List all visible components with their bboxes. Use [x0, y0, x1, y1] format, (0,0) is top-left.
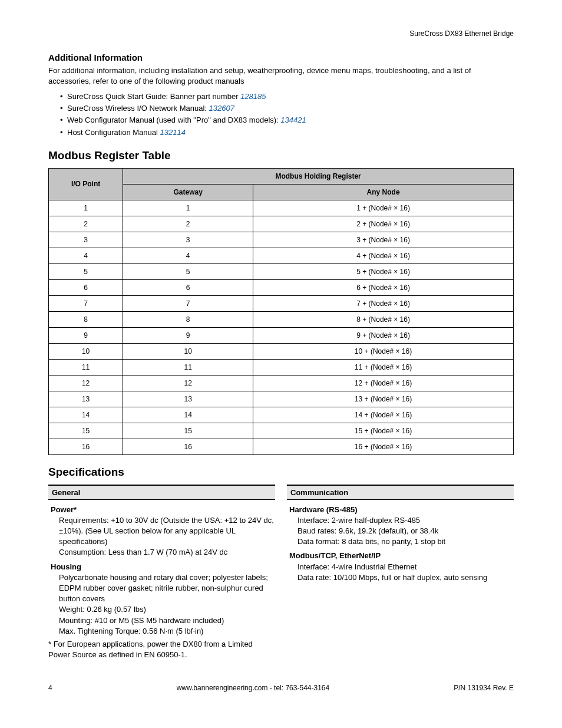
th-io-point: I/O Point: [49, 168, 123, 200]
page-footer: 4 www.bannerengineering.com - tel: 763-5…: [48, 684, 514, 692]
table-row: 666 + (Node# × 16): [49, 279, 514, 295]
table-row: 999 + (Node# × 16): [49, 327, 514, 343]
table-cell: 10: [49, 343, 123, 359]
housing-torque: Max. Tightening Torque: 0.56 N·m (5 lbf·…: [59, 626, 274, 637]
table-row: 131313 + (Node# × 16): [49, 391, 514, 407]
table-cell: 8: [123, 311, 253, 327]
table-cell: 9 + (Node# × 16): [253, 327, 514, 343]
table-row: 444 + (Node# × 16): [49, 248, 514, 263]
spec-comm-head: Communication: [287, 485, 514, 500]
table-cell: 11: [49, 359, 123, 375]
table-cell: 4: [49, 248, 123, 263]
table-cell: 8 + (Node# × 16): [253, 311, 514, 327]
table-cell: 3: [123, 232, 253, 248]
table-cell: 6 + (Node# × 16): [253, 279, 514, 295]
table-row: 121212 + (Node# × 16): [49, 375, 514, 391]
table-row: 555 + (Node# × 16): [49, 263, 514, 279]
manuals-list: SureCross Quick Start Guide: Banner part…: [48, 91, 514, 139]
list-item: Host Configuration Manual 132114: [60, 127, 514, 139]
footer-right: P/N 131934 Rev. E: [454, 684, 514, 692]
spec-general-column: General Power* Requirements: +10 to 30V …: [48, 485, 275, 661]
doc-link[interactable]: 132114: [160, 128, 186, 137]
table-row: 888 + (Node# × 16): [49, 311, 514, 327]
table-cell: 13: [123, 391, 253, 407]
table-cell: 10 + (Node# × 16): [253, 343, 514, 359]
table-row: 151515 + (Node# × 16): [49, 423, 514, 439]
table-cell: 15: [123, 423, 253, 439]
housing-material: Polycarbonate housing and rotary dial co…: [59, 572, 274, 605]
table-cell: 10: [123, 343, 253, 359]
table-cell: 7: [123, 295, 253, 311]
list-item-text: Web Configurator Manual (used with "Pro"…: [67, 116, 280, 124]
table-row: 777 + (Node# × 16): [49, 295, 514, 311]
modbus-table: I/O Point Modbus Holding Register Gatewa…: [48, 168, 514, 455]
list-item-text: SureCross Wireless I/O Network Manual:: [67, 104, 209, 113]
table-cell: 12: [123, 375, 253, 391]
table-cell: 1: [49, 200, 123, 216]
table-cell: 12: [49, 375, 123, 391]
table-cell: 6: [49, 279, 123, 295]
modbus-tcp-title: Modbus/TCP, EtherNet/IP: [289, 551, 513, 561]
list-item-text: Host Configuration Manual: [67, 128, 160, 137]
table-cell: 2: [49, 216, 123, 232]
table-row: 101010 + (Node# × 16): [49, 343, 514, 359]
th-holding-register: Modbus Holding Register: [123, 168, 514, 184]
list-item: SureCross Wireless I/O Network Manual: 1…: [60, 103, 514, 114]
modbus-tcp-interface: Interface: 4-wire Industrial Ethernet: [297, 562, 513, 572]
table-row: 333 + (Node# × 16): [49, 232, 514, 248]
table-cell: 1 + (Node# × 16): [253, 200, 514, 216]
table-cell: 14: [49, 407, 123, 423]
table-cell: 4: [123, 248, 253, 263]
additional-info-paragraph: For additional information, including in…: [48, 65, 514, 86]
spec-general-head: General: [48, 485, 275, 500]
modbus-tcp-rate: Data rate: 10/100 Mbps, full or half dup…: [297, 572, 513, 583]
housing-title: Housing: [51, 562, 274, 572]
power-footnote: * For European applications, power the D…: [48, 639, 275, 660]
footer-center: www.bannerengineering.com - tel: 763-544…: [177, 684, 330, 692]
table-cell: 13 + (Node# × 16): [253, 391, 514, 407]
table-cell: 5 + (Node# × 16): [253, 263, 514, 279]
doc-link[interactable]: 128185: [240, 92, 266, 101]
housing-weight: Weight: 0.26 kg (0.57 lbs): [59, 604, 274, 615]
table-row: 161616 + (Node# × 16): [49, 439, 514, 454]
table-cell: 11 + (Node# × 16): [253, 359, 514, 375]
table-row: 141414 + (Node# × 16): [49, 407, 514, 423]
table-row: 111 + (Node# × 16): [49, 200, 514, 216]
table-cell: 1: [123, 200, 253, 216]
hw-format: Data format: 8 data bits, no parity, 1 s…: [297, 536, 513, 547]
table-cell: 2: [123, 216, 253, 232]
th-gateway: Gateway: [123, 184, 253, 200]
doc-link[interactable]: 134421: [280, 116, 306, 124]
doc-link[interactable]: 132607: [209, 104, 234, 113]
modbus-heading: Modbus Register Table: [48, 149, 514, 162]
table-cell: 15: [49, 423, 123, 439]
table-row: 222 + (Node# × 16): [49, 216, 514, 232]
table-cell: 15 + (Node# × 16): [253, 423, 514, 439]
table-cell: 16 + (Node# × 16): [253, 439, 514, 454]
table-cell: 7 + (Node# × 16): [253, 295, 514, 311]
th-any-node: Any Node: [253, 184, 514, 200]
table-row: 111111 + (Node# × 16): [49, 359, 514, 375]
table-cell: 14: [123, 407, 253, 423]
additional-info-heading: Additional Information: [48, 52, 514, 62]
table-cell: 11: [123, 359, 253, 375]
table-cell: 7: [49, 295, 123, 311]
footer-page-number: 4: [48, 684, 52, 692]
power-requirements: Requirements: +10 to 30V dc (Outside the…: [59, 515, 274, 548]
power-consumption: Consumption: Less than 1.7 W (70 mA) at …: [59, 547, 274, 558]
header-product: SureCross DX83 Ethernet Bridge: [48, 29, 514, 38]
table-cell: 2 + (Node# × 16): [253, 216, 514, 232]
table-cell: 5: [123, 263, 253, 279]
housing-mount: Mounting: #10 or M5 (SS M5 hardware incl…: [59, 615, 274, 626]
hw-title: Hardware (RS-485): [289, 505, 513, 515]
hw-interface: Interface: 2-wire half-duplex RS-485: [297, 515, 513, 526]
table-cell: 8: [49, 311, 123, 327]
table-cell: 12 + (Node# × 16): [253, 375, 514, 391]
table-cell: 16: [49, 439, 123, 454]
table-cell: 5: [49, 263, 123, 279]
table-cell: 3 + (Node# × 16): [253, 232, 514, 248]
table-cell: 3: [49, 232, 123, 248]
list-item: Web Configurator Manual (used with "Pro"…: [60, 114, 514, 126]
spec-comm-column: Communication Hardware (RS-485) Interfac…: [287, 485, 514, 661]
table-cell: 9: [49, 327, 123, 343]
